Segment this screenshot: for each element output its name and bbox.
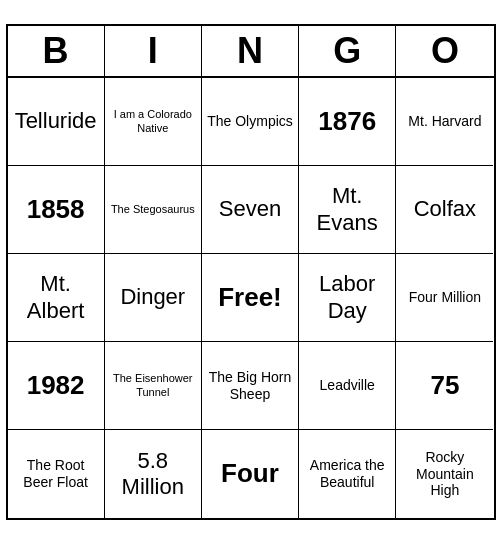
bingo-cell: 1876 bbox=[299, 78, 396, 166]
bingo-card: BINGO TellurideI am a Colorado NativeThe… bbox=[6, 24, 496, 520]
cell-text: The Olympics bbox=[207, 113, 293, 130]
bingo-cell: Mt. Evans bbox=[299, 166, 396, 254]
bingo-cell: Four bbox=[202, 430, 299, 518]
bingo-cell: The Eisenhower Tunnel bbox=[105, 342, 202, 430]
bingo-cell: The Stegosaurus bbox=[105, 166, 202, 254]
bingo-cell: Leadville bbox=[299, 342, 396, 430]
cell-text: Free! bbox=[218, 282, 282, 313]
bingo-cell: Seven bbox=[202, 166, 299, 254]
cell-text: 1876 bbox=[318, 106, 376, 137]
bingo-cell: Mt. Albert bbox=[8, 254, 105, 342]
bingo-cell: Rocky Mountain High bbox=[396, 430, 493, 518]
cell-text: The Root Beer Float bbox=[12, 457, 100, 491]
cell-text: Seven bbox=[219, 196, 281, 222]
cell-text: Telluride bbox=[15, 108, 97, 134]
cell-text: Labor Day bbox=[303, 271, 391, 324]
bingo-cell: The Root Beer Float bbox=[8, 430, 105, 518]
cell-text: The Eisenhower Tunnel bbox=[109, 372, 197, 398]
bingo-grid: TellurideI am a Colorado NativeThe Olymp… bbox=[8, 78, 494, 518]
cell-text: 75 bbox=[430, 370, 459, 401]
cell-text: The Big Horn Sheep bbox=[206, 369, 294, 403]
bingo-cell: America the Beautiful bbox=[299, 430, 396, 518]
bingo-cell: Dinger bbox=[105, 254, 202, 342]
cell-text: Dinger bbox=[120, 284, 185, 310]
cell-text: Mt. Albert bbox=[12, 271, 100, 324]
cell-text: Colfax bbox=[414, 196, 476, 222]
bingo-cell: 1982 bbox=[8, 342, 105, 430]
bingo-cell: 1858 bbox=[8, 166, 105, 254]
cell-text: The Stegosaurus bbox=[111, 203, 195, 216]
cell-text: I am a Colorado Native bbox=[109, 108, 197, 134]
cell-text: 5.8 Million bbox=[109, 448, 197, 501]
bingo-header-letter: G bbox=[299, 26, 396, 76]
cell-text: 1858 bbox=[27, 194, 85, 225]
cell-text: Four bbox=[221, 458, 279, 489]
cell-text: Rocky Mountain High bbox=[400, 449, 489, 499]
bingo-cell: 5.8 Million bbox=[105, 430, 202, 518]
cell-text: Four Million bbox=[409, 289, 481, 306]
cell-text: Mt. Evans bbox=[303, 183, 391, 236]
bingo-cell: 75 bbox=[396, 342, 493, 430]
bingo-cell: The Olympics bbox=[202, 78, 299, 166]
bingo-header-letter: I bbox=[105, 26, 202, 76]
bingo-cell: Free! bbox=[202, 254, 299, 342]
bingo-cell: Labor Day bbox=[299, 254, 396, 342]
bingo-cell: The Big Horn Sheep bbox=[202, 342, 299, 430]
bingo-header: BINGO bbox=[8, 26, 494, 78]
bingo-header-letter: B bbox=[8, 26, 105, 76]
bingo-cell: I am a Colorado Native bbox=[105, 78, 202, 166]
bingo-cell: Four Million bbox=[396, 254, 493, 342]
bingo-header-letter: N bbox=[202, 26, 299, 76]
bingo-header-letter: O bbox=[396, 26, 493, 76]
bingo-cell: Telluride bbox=[8, 78, 105, 166]
cell-text: 1982 bbox=[27, 370, 85, 401]
cell-text: America the Beautiful bbox=[303, 457, 391, 491]
cell-text: Leadville bbox=[320, 377, 375, 394]
bingo-cell: Colfax bbox=[396, 166, 493, 254]
cell-text: Mt. Harvard bbox=[408, 113, 481, 130]
bingo-cell: Mt. Harvard bbox=[396, 78, 493, 166]
